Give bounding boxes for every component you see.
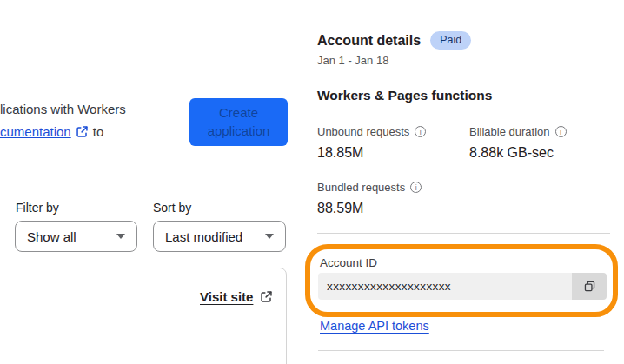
divider <box>318 350 604 351</box>
sort-by-label: Sort by <box>153 201 191 215</box>
date-range: Jan 1 - Jan 18 <box>317 54 388 67</box>
sort-dropdown[interactable]: Last modified <box>153 221 286 252</box>
intro-text-line1: lications with Workers <box>0 102 126 116</box>
documentation-link[interactable]: cumentation <box>0 124 71 139</box>
external-link-icon <box>76 125 89 138</box>
metric-label: Unbound requests <box>317 125 409 138</box>
divider <box>317 233 610 234</box>
metric-bundled-requests: Bundled requests i 88.59M <box>317 181 422 216</box>
external-link-icon <box>260 290 273 303</box>
create-application-button[interactable]: Create application <box>189 98 288 146</box>
account-details-header: Account details Paid <box>317 31 471 50</box>
metric-unbound-requests: Unbound requests i 18.85M <box>317 125 426 161</box>
info-icon[interactable]: i <box>410 182 422 193</box>
manage-api-tokens-link[interactable]: Manage API tokens <box>320 319 429 333</box>
account-id-label: Account ID <box>320 256 377 269</box>
plan-badge: Paid <box>430 31 471 50</box>
metric-label: Billable duration <box>469 125 550 138</box>
filter-dropdown[interactable]: Show all <box>15 221 137 252</box>
metric-billable-duration: Billable duration i 8.88k GB-sec <box>469 125 567 161</box>
intro-text-suffix: to <box>93 124 104 139</box>
metric-value: 88.59M <box>317 201 422 216</box>
metric-value: 8.88k GB-sec <box>469 145 567 161</box>
info-icon[interactable]: i <box>415 126 426 137</box>
account-id-input[interactable] <box>318 273 572 300</box>
account-details-title: Account details <box>317 33 421 49</box>
intro-text-line2: cumentation to <box>0 124 103 139</box>
metric-label: Bundled requests <box>317 181 405 194</box>
account-id-field-group <box>318 273 607 300</box>
copy-account-id-button[interactable] <box>572 273 607 300</box>
copy-icon <box>583 280 596 293</box>
filter-dropdown-value: Show all <box>27 229 76 244</box>
filter-by-label: Filter by <box>16 201 59 215</box>
sort-dropdown-value: Last modified <box>165 229 242 244</box>
functions-section-title: Workers & Pages functions <box>317 88 492 103</box>
project-card <box>0 268 287 364</box>
chevron-down-icon <box>116 234 125 239</box>
workers-pages-dashboard: lications with Workers cumentation to Cr… <box>0 0 624 364</box>
metric-value: 18.85M <box>317 145 426 161</box>
visit-site-link[interactable]: Visit site <box>200 289 273 304</box>
visit-site-label: Visit site <box>200 289 253 304</box>
info-icon[interactable]: i <box>555 126 567 137</box>
chevron-down-icon <box>265 234 274 239</box>
